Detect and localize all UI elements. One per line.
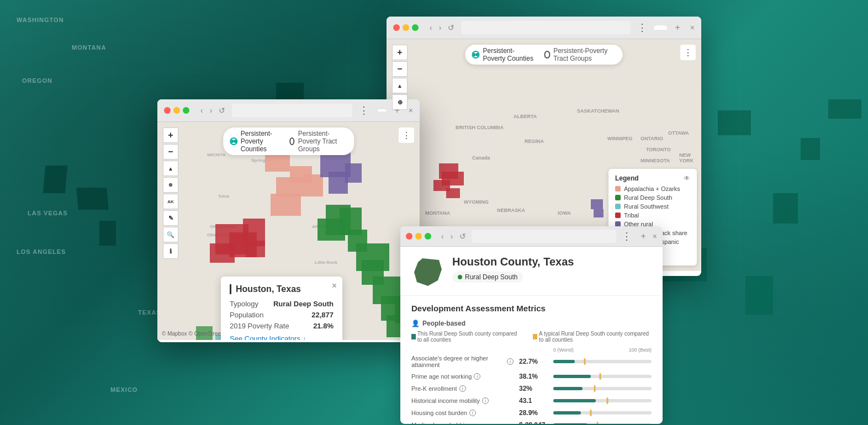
more-menu-panel[interactable]: ⋮ xyxy=(620,230,634,242)
tl-green-back[interactable] xyxy=(412,24,419,31)
mapbox-credit: © Mapbox xyxy=(162,331,187,337)
more-menu-front[interactable]: ⋮ xyxy=(357,104,371,116)
back-btn-panel[interactable]: ‹ xyxy=(439,231,446,242)
bar-fill-1 xyxy=(553,375,591,378)
zoom-out-back[interactable]: − xyxy=(392,61,407,77)
tab-persistent-tracts-front[interactable]: Persistent-Poverty Tract Groups xyxy=(289,130,347,153)
county-badge: Rural Deep South xyxy=(452,272,523,283)
new-tab-back[interactable]: + xyxy=(671,22,683,34)
county-detail-panel: ‹ › ↺ ⋮ + × Houston County, Texas Rural … xyxy=(400,226,663,424)
map-controls-front: + − ▲ ⊕ AK ✎ 🔍 ℹ xyxy=(163,128,178,259)
address-bar-panel[interactable] xyxy=(472,230,616,243)
see-county-link-text: See County Indicators xyxy=(230,334,300,340)
tl-yellow-back[interactable] xyxy=(403,24,409,31)
address-bar-back[interactable] xyxy=(461,21,631,34)
tl-red-front[interactable] xyxy=(164,107,171,114)
address-bar-front[interactable] xyxy=(232,104,352,117)
back-btn-front[interactable]: ‹ xyxy=(198,105,205,116)
metric-value-5: $-39,047 xyxy=(519,421,548,424)
bar-marker-0 xyxy=(584,358,585,365)
layers-back[interactable]: ⊕ xyxy=(392,94,407,110)
metric-label-2: Pre-K enrollment i xyxy=(411,385,514,392)
zoom-out-front[interactable]: − xyxy=(163,144,178,160)
tab-persistent-counties-back[interactable]: Persistent-Poverty Counties xyxy=(472,47,536,62)
tl-red-panel[interactable] xyxy=(406,233,412,240)
metric-label-1: Prime age not working i xyxy=(411,373,514,380)
info-icon-0[interactable]: i xyxy=(507,358,514,365)
new-tab-panel[interactable]: + xyxy=(637,230,649,242)
county-header: Houston County, Texas Rural Deep South xyxy=(400,247,663,296)
nav-panel: ‹ › ↺ xyxy=(439,231,468,242)
tl-green-front[interactable] xyxy=(183,107,189,114)
refresh-button-back[interactable]: ↺ xyxy=(446,22,457,33)
legend-typical-county: A typical Rural Deep South county compar… xyxy=(533,331,652,343)
traffic-lights-panel xyxy=(406,233,431,240)
metric-row-4: Housing cost burden i 28.9% xyxy=(411,409,652,417)
map-more-front[interactable]: ⋮ xyxy=(399,128,414,143)
info-icon-1[interactable]: i xyxy=(474,373,480,380)
bg-label-mexico: MEXICO xyxy=(110,386,137,393)
radio-pptg-front xyxy=(289,137,294,145)
tab-persistent-tracts-back[interactable]: Persistent-Poverty Tract Groups xyxy=(544,47,616,62)
worst-label: 0 (Worst) xyxy=(553,347,574,353)
tl-red-back[interactable] xyxy=(393,24,400,31)
metric-value-4: 28.9% xyxy=(519,409,548,417)
section-label-people: 👤 People-based xyxy=(411,320,652,327)
tab-back[interactable]: ● xyxy=(654,25,667,30)
tab-persistent-counties-front[interactable]: Persistent-Poverty Counties xyxy=(230,130,281,153)
bar-fill-2 xyxy=(553,387,583,390)
tl-green-panel[interactable] xyxy=(425,233,431,240)
back-button-back[interactable]: ‹ xyxy=(427,22,435,33)
refresh-btn-panel[interactable]: ↺ xyxy=(457,231,468,242)
info-front[interactable]: ℹ xyxy=(163,243,178,259)
map-more-back[interactable]: ⋮ xyxy=(680,45,696,60)
bg-label-oregon: OREGON xyxy=(22,77,52,84)
forward-btn-front[interactable]: › xyxy=(208,105,215,116)
forward-btn-panel[interactable]: › xyxy=(448,231,456,242)
radio-ppc-front xyxy=(230,137,237,145)
popup-label-typology: Typology xyxy=(230,300,258,308)
metric-row-0: Associate's degree or higher attainment … xyxy=(411,355,652,368)
tl-yellow-front[interactable] xyxy=(173,107,180,114)
tab-front[interactable] xyxy=(378,109,387,111)
metrics-legend-bar: This Rural Deep South county compared to… xyxy=(411,331,652,343)
metric-bar-2 xyxy=(553,385,652,392)
bar-header-labels: 0 (Worst) 100 (Best) xyxy=(553,347,652,353)
county-header-info: Houston County, Texas Rural Deep South xyxy=(452,256,574,283)
bar-marker-5 xyxy=(597,422,599,424)
bg-label-losangeles: LOS ANGELES xyxy=(17,248,66,255)
more-menu-back[interactable]: ⋮ xyxy=(635,22,649,34)
bar-marker-3 xyxy=(606,397,608,404)
zoom-in-back[interactable]: + xyxy=(392,45,407,60)
see-county-indicators-link[interactable]: See County Indicators ↓ xyxy=(230,334,334,340)
info-icon-4[interactable]: i xyxy=(469,410,476,416)
info-icon-2[interactable]: i xyxy=(459,385,466,392)
info-icon-3[interactable]: i xyxy=(482,397,489,404)
metrics-title: Development Assessment Metrics xyxy=(411,304,652,313)
alaska-front[interactable]: AK xyxy=(163,194,178,209)
popup-row-population: Population 22,877 xyxy=(230,311,334,319)
metric-value-2: 32% xyxy=(519,385,548,392)
popup-close-btn[interactable]: × xyxy=(332,281,337,291)
refresh-btn-front[interactable]: ↺ xyxy=(216,105,227,116)
forward-button-back[interactable]: › xyxy=(437,22,444,33)
compass-back[interactable]: ▲ xyxy=(392,78,407,93)
tl-yellow-panel[interactable] xyxy=(415,233,422,240)
people-icon: 👤 xyxy=(411,320,420,327)
legend-eye-icon[interactable]: 👁 xyxy=(684,174,690,182)
bar-fill-4 xyxy=(553,411,581,415)
map-front: Persistent-Poverty Counties Persistent-P… xyxy=(157,122,420,340)
map-bg-front: Persistent-Poverty Counties Persistent-P… xyxy=(157,122,420,340)
close-btn-panel[interactable]: × xyxy=(653,232,657,241)
layers-front[interactable]: ⊕ xyxy=(163,177,178,193)
search-front[interactable]: 🔍 xyxy=(163,227,178,242)
close-btn-back[interactable]: × xyxy=(690,23,695,32)
pen-tool-front[interactable]: ✎ xyxy=(163,210,178,226)
close-btn-front[interactable]: × xyxy=(409,106,413,115)
metric-row-5: Median household income gap $-39,047 xyxy=(411,421,652,424)
zoom-in-front[interactable]: + xyxy=(163,128,178,143)
compass-front[interactable]: ▲ xyxy=(163,161,178,176)
legend-typical-text: A typical Rural Deep South county compar… xyxy=(539,331,652,343)
browser-window-front: ‹ › ↺ ⋮ + × Persistent-Poverty Counties xyxy=(157,99,420,342)
legend-dot-rds xyxy=(615,195,621,200)
